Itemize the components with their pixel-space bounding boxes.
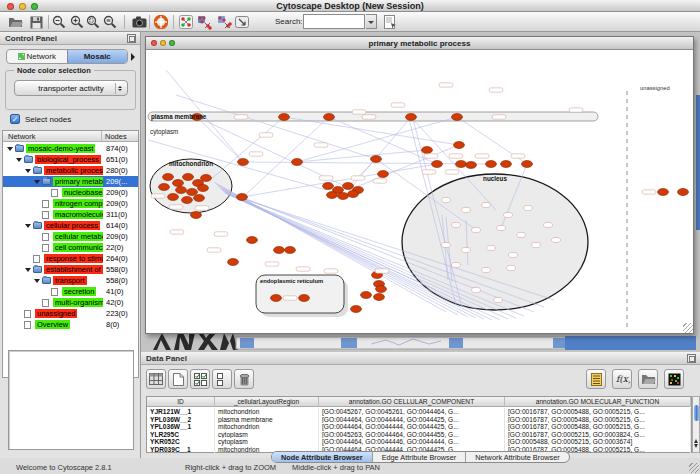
network-node[interactable]: [247, 237, 258, 244]
table-cell[interactable]: mitochondrion: [215, 408, 319, 416]
tree-row-nitrogen-compo[interactable]: nitrogen compo209(0): [3, 198, 138, 209]
expander-icon[interactable]: [25, 268, 31, 275]
table-cell[interactable]: YJR121W__1: [147, 408, 215, 416]
tree-row-secretion[interactable]: secretion41(0): [3, 286, 138, 297]
table-row[interactable]: YLR295Ccytoplasm[GO:0045263, GO:0044464,…: [147, 431, 691, 439]
network-node[interactable]: [183, 174, 194, 181]
table-cell[interactable]: YDR039C__1: [147, 446, 215, 454]
network-node[interactable]: [173, 180, 184, 187]
snapshot-icon[interactable]: [130, 13, 148, 31]
birds-eye-view[interactable]: [8, 350, 134, 450]
network-view-window[interactable]: primary metabolic process plasma membran…: [145, 36, 694, 334]
network-node[interactable]: [191, 212, 202, 219]
table-cell[interactable]: [GO:0044464, GO:0044446, GO:0044444, G..…: [319, 438, 505, 446]
attribute-table[interactable]: ID_cellularLayoutRegionannotation.GO CEL…: [146, 396, 692, 453]
tree-row-unassigned[interactable]: unassigned223(0): [3, 308, 138, 319]
network-node-small[interactable]: [482, 202, 491, 207]
network-node-small[interactable]: [472, 227, 481, 232]
table-cell[interactable]: YPL036W__1: [147, 423, 215, 431]
network-node[interactable]: [327, 192, 338, 199]
select-attributes-icon[interactable]: [190, 369, 210, 389]
minimize-icon[interactable]: [160, 40, 166, 46]
attribute-list-icon[interactable]: [586, 369, 606, 389]
tree-row-primary-metabo[interactable]: primary metabo209(...: [3, 176, 138, 187]
network-node-small[interactable]: [544, 222, 553, 227]
tree-row-cell-communicat[interactable]: cell communicat22(0): [3, 242, 138, 253]
tree-row-biological-process[interactable]: biological_process651(0): [3, 154, 138, 165]
more-tabs-arrow-icon[interactable]: [131, 53, 139, 61]
save-session-icon[interactable]: [27, 13, 45, 31]
tree-row-multi-organism-pro[interactable]: multi-organism pro42(0): [3, 297, 138, 308]
zoom-fit-icon[interactable]: [101, 13, 119, 31]
network-node-small[interactable]: [472, 287, 481, 292]
tree-row-metabolic-process[interactable]: metabolic process280(0): [3, 165, 138, 176]
tree-row-establishment-of-lo[interactable]: establishment of lo558(0): [3, 264, 138, 275]
network-node[interactable]: [454, 142, 465, 149]
table-cell[interactable]: [GO:0016787, GO:0005488, GO:0005215, G..…: [505, 408, 691, 416]
attribute-table-icon[interactable]: [146, 369, 166, 389]
open-file-icon[interactable]: [6, 13, 24, 31]
column-header[interactable]: annotation.GO CELLULAR_COMPONENT: [319, 397, 505, 407]
network-node[interactable]: [406, 114, 417, 121]
delete-attribute-icon[interactable]: [234, 369, 254, 389]
import-attributes-icon[interactable]: [638, 369, 658, 389]
close-button[interactable]: [7, 3, 14, 10]
network-node-small[interactable]: [462, 247, 471, 252]
network-node[interactable]: [187, 189, 198, 196]
tree-row-nucleobase-[interactable]: nucleobase-209(0): [3, 187, 138, 198]
network-node[interactable]: [299, 295, 310, 302]
table-row[interactable]: YJR121W__1mitochondrion[GO:0045267, GO:0…: [147, 408, 691, 416]
expander-icon[interactable]: [25, 169, 31, 176]
advanced-search-icon[interactable]: [381, 13, 399, 31]
network-node[interactable]: [522, 161, 533, 168]
network-node[interactable]: [274, 247, 285, 254]
network-node[interactable]: [168, 194, 179, 201]
network-node[interactable]: [237, 194, 248, 201]
network-node[interactable]: [279, 114, 290, 121]
table-scrollbar[interactable]: [692, 396, 700, 453]
column-header[interactable]: annotation.GO MOLECULAR_FUNCTION: [505, 397, 691, 407]
table-row[interactable]: YPL036W__2plasma membrane[GO:0044464, GO…: [147, 416, 691, 424]
minimize-button[interactable]: [19, 3, 26, 10]
expander-icon[interactable]: [7, 147, 13, 154]
table-cell[interactable]: [GO:0005488, GO:0005215, GO:0003674]: [505, 438, 691, 446]
network-node[interactable]: [285, 247, 296, 254]
tab-network[interactable]: Network: [7, 50, 67, 63]
network-node[interactable]: [361, 292, 372, 299]
tab-mosaic[interactable]: Mosaic: [67, 50, 128, 63]
scrollbar-thumb[interactable]: [694, 405, 699, 421]
column-nodes[interactable]: Nodes: [105, 132, 127, 141]
network-node-small[interactable]: [442, 242, 451, 247]
search-dropdown-arrow[interactable]: [366, 14, 377, 29]
network-window-titlebar[interactable]: primary metabolic process: [146, 37, 693, 50]
node-color-dropdown[interactable]: transporter activity: [14, 80, 128, 96]
formula-builder-icon[interactable]: f(x): [612, 369, 632, 389]
table-cell[interactable]: [GO:0016787, GO:0005215, GO:0003824, G..…: [505, 431, 691, 439]
float-panel-icon[interactable]: [127, 34, 136, 43]
network-node[interactable]: [374, 294, 385, 301]
zoom-selected-icon[interactable]: [84, 13, 102, 31]
new-attribute-icon[interactable]: [168, 369, 188, 389]
annotation-icon[interactable]: [233, 13, 251, 31]
window-resize-grip[interactable]: [683, 323, 693, 333]
network-node-small[interactable]: [442, 197, 451, 202]
network-node-small[interactable]: [532, 242, 541, 247]
network-node[interactable]: [343, 183, 354, 190]
expander-icon[interactable]: [25, 224, 31, 231]
table-cell[interactable]: [GO:0016787, GO:0005488, GO:0005215, G..…: [505, 423, 691, 431]
expander-icon[interactable]: [34, 279, 40, 286]
network-node[interactable]: [194, 195, 205, 202]
network-node[interactable]: [466, 162, 477, 169]
zoom-out-icon[interactable]: [50, 13, 68, 31]
table-row[interactable]: YKR052Ccytoplasm[GO:0044464, GO:0044446,…: [147, 438, 691, 446]
network-node-small[interactable]: [504, 212, 513, 217]
tree-row-overview[interactable]: Overview8(0): [3, 319, 138, 330]
network-node[interactable]: [228, 259, 239, 266]
network-node[interactable]: [201, 175, 212, 182]
network-node[interactable]: [501, 161, 512, 168]
network-node[interactable]: [456, 161, 467, 168]
network-node-small[interactable]: [509, 252, 518, 257]
table-cell[interactable]: [GO:0045267, GO:0045261, GO:0044464, G..…: [319, 408, 505, 416]
network-node-small[interactable]: [482, 267, 491, 272]
unselect-attributes-icon[interactable]: [212, 369, 232, 389]
